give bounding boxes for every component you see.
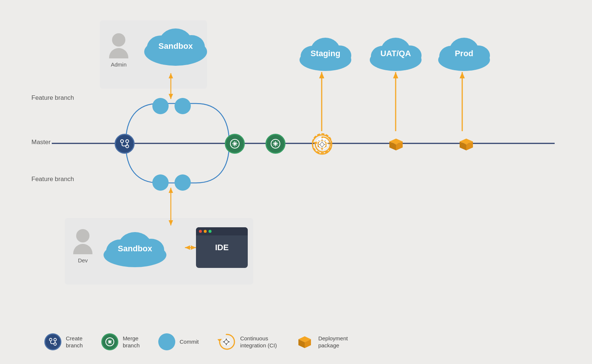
master-label: Master xyxy=(31,139,51,146)
merge-branch-node-2 xyxy=(265,134,285,154)
svg-rect-59 xyxy=(226,339,227,340)
staging-cloud: Staging xyxy=(296,33,355,74)
dev-sandbox-cloud: Sandbox xyxy=(100,228,170,269)
legend-deploy: Deploymentpackage xyxy=(295,333,348,351)
ide-label: IDE xyxy=(215,243,229,252)
legend-deploy-icon xyxy=(295,333,314,351)
diagram-container: Admin Dev xyxy=(0,0,592,364)
svg-marker-56 xyxy=(217,339,222,342)
svg-point-36 xyxy=(121,140,124,143)
legend-merge-branch: Mergebranch xyxy=(101,333,140,350)
legend-ci: Continuousintegration (CI) xyxy=(217,333,277,351)
ide-dot-yellow xyxy=(204,230,207,233)
ci-real-icon xyxy=(312,134,332,155)
legend-merge-branch-icon xyxy=(101,333,118,350)
commit-bottom-2 xyxy=(175,174,191,191)
admin-sandbox-cloud: Sandbox xyxy=(141,24,211,68)
svg-rect-60 xyxy=(226,343,227,345)
uat-cloud: UAT/QA xyxy=(366,33,425,74)
legend-ci-icon xyxy=(217,333,236,351)
create-branch-node xyxy=(115,134,135,154)
ide-dot-red xyxy=(199,230,202,233)
commit-top-2 xyxy=(175,98,191,114)
legend-commit: Commit xyxy=(158,333,199,350)
admin-sandbox-label: Sandbox xyxy=(159,41,193,51)
svg-point-38 xyxy=(126,140,129,143)
legend-create-branch-icon xyxy=(44,333,61,350)
merge-branch-node-1 xyxy=(225,134,245,154)
uat-deploy xyxy=(456,134,477,156)
ide-titlebar xyxy=(196,227,248,235)
svg-marker-47 xyxy=(313,142,318,144)
prod-cloud: Prod xyxy=(434,33,494,74)
dev-sandbox-label: Sandbox xyxy=(118,244,152,254)
legend-merge-branch-text: Mergebranch xyxy=(123,335,140,349)
legend-deploy-text: Deploymentpackage xyxy=(318,335,348,349)
ide-dot-green xyxy=(209,230,212,233)
legend-commit-icon xyxy=(158,333,175,350)
staging-label: Staging xyxy=(311,49,341,58)
svg-marker-2 xyxy=(169,73,173,78)
ide-box: IDE xyxy=(196,227,248,268)
feature-branch-top-label: Feature branch xyxy=(31,94,74,102)
svg-marker-3 xyxy=(169,94,173,99)
uat-label: UAT/QA xyxy=(380,49,411,58)
prod-label: Prod xyxy=(455,49,473,58)
svg-rect-61 xyxy=(223,341,225,343)
svg-point-52 xyxy=(54,339,57,341)
svg-rect-62 xyxy=(228,341,230,343)
legend-commit-text: Commit xyxy=(180,338,199,346)
svg-marker-9 xyxy=(191,245,196,250)
svg-marker-6 xyxy=(169,220,173,225)
commit-top-1 xyxy=(152,98,169,114)
staging-deploy xyxy=(386,134,406,156)
svg-point-50 xyxy=(50,339,52,341)
legend-ci-text: Continuousintegration (CI) xyxy=(240,335,277,349)
legend-create-branch: Createbranch xyxy=(44,333,83,350)
legend-create-branch-text: Createbranch xyxy=(66,335,83,349)
svg-marker-5 xyxy=(169,188,173,193)
svg-marker-8 xyxy=(185,245,190,250)
feature-branch-bottom-label: Feature branch xyxy=(31,176,74,183)
commit-bottom-1 xyxy=(152,174,169,191)
legend: Createbranch Mergebranch Commit xyxy=(44,333,348,351)
